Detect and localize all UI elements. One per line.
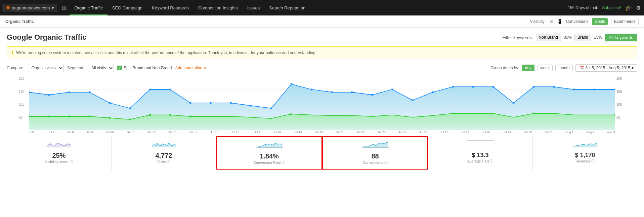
revenue-value: $ 1,170: [575, 152, 595, 159]
svg-point-19: [311, 88, 313, 90]
stat-visits: 4,772 Visits ⓘ: [112, 136, 216, 170]
compare-label: Compare:: [7, 66, 25, 70]
revenue-info-icon[interactable]: ⓘ: [591, 159, 595, 164]
group-month-button[interactable]: month: [555, 65, 572, 71]
conversion-rate-label: Conversion Rate ⓘ: [253, 160, 285, 165]
date-range-button[interactable]: 📅 Jul 5, 2015 - Aug 5, 2015 ▾: [575, 64, 637, 72]
svg-point-44: [290, 113, 292, 115]
conversions-label: Conversions ⓘ: [362, 160, 387, 165]
goals-button[interactable]: Goals: [592, 18, 608, 25]
subbar-title: Organic Traffic: [5, 19, 34, 24]
visibility-label: Visibility score ⓘ: [45, 159, 73, 164]
avg-cart-info-icon[interactable]: ⓘ: [490, 159, 493, 164]
y-axis-right: 200 150 100 50: [615, 76, 625, 135]
stat-conversion-rate: 1.84% Conversion Rate ⓘ: [216, 136, 322, 170]
visits-mini-chart: [151, 140, 177, 150]
svg-point-6: [48, 94, 50, 96]
conversion-rate-value: 1.84%: [260, 152, 279, 160]
alert-banner: ℹ We're running some system maintenance …: [7, 46, 637, 59]
chevron-down-icon: ▾: [632, 66, 634, 70]
nav-tab-keyword-research[interactable]: Keyword Research: [147, 1, 194, 15]
svg-point-14: [210, 102, 212, 104]
chart-area: Jul 6 Jul 7 Jul 8 Jul 9 Jul 10 Jul 11 Ju…: [29, 76, 615, 135]
svg-point-15: [230, 102, 232, 104]
visibility-info-icon[interactable]: ⓘ: [70, 159, 73, 164]
site-name: pageonepower.com: [12, 5, 50, 10]
pencil-icon: ✏: [204, 66, 207, 70]
svg-point-45: [452, 112, 454, 114]
svg-point-24: [412, 99, 414, 101]
group-label: Group dates by:: [490, 66, 519, 70]
y-axis-left: 200 150 100 50: [19, 76, 29, 135]
visits-info-icon[interactable]: ⓘ: [167, 159, 170, 164]
svg-point-37: [68, 115, 70, 117]
grid-icon[interactable]: ⊞: [62, 4, 67, 11]
split-brand-checkbox[interactable]: ✓ Split Brand and Non-Brand: [117, 66, 172, 70]
chart-wrapper: 200 150 100 50: [19, 76, 625, 135]
split-label: Split Brand and Non-Brand: [124, 66, 172, 70]
avg-cart-value: $ 13.3: [472, 152, 488, 159]
topbar: pageonepower.com ▾ ⊞ Organic Traffic SEO…: [0, 0, 644, 15]
site-selector[interactable]: pageonepower.com ▾: [3, 4, 57, 12]
gear-icon[interactable]: ⚙: [636, 5, 641, 11]
conversion-rate-info-icon[interactable]: ⓘ: [282, 160, 285, 165]
svg-point-36: [48, 115, 50, 117]
brand-filter-button[interactable]: Brand: [574, 34, 591, 41]
svg-point-12: [169, 88, 171, 90]
visibility-mini-chart: [46, 140, 73, 150]
nav-tab-organic-traffic[interactable]: Organic Traffic: [70, 1, 107, 15]
svg-point-42: [169, 114, 171, 116]
ecommerce-button[interactable]: Ecommerce: [611, 18, 639, 25]
conversions-mini-chart: [362, 141, 389, 151]
svg-point-22: [371, 94, 373, 96]
conversions-value: 88: [371, 152, 379, 160]
revenue-label: Revenue ⓘ: [575, 159, 595, 164]
svg-point-31: [553, 86, 555, 87]
revenue-mini-chart: [572, 140, 599, 150]
controls-bar: Compare: Organic visits Segment: All vis…: [7, 64, 637, 72]
controls-left: Compare: Organic visits Segment: All vis…: [7, 64, 207, 72]
nav-tab-issues[interactable]: Issues: [243, 1, 265, 15]
svg-point-17: [270, 107, 272, 109]
svg-point-18: [290, 83, 292, 85]
segment-select[interactable]: All visits: [88, 64, 114, 72]
all-keywords-button[interactable]: All keywords: [605, 34, 637, 41]
svg-point-9: [109, 102, 111, 104]
nonbrand-filter-button[interactable]: Non Brand: [536, 34, 561, 41]
stat-avg-cart: $ 13.3 Average Cart ⓘ: [428, 136, 533, 170]
hat-icon[interactable]: 🎓: [625, 5, 632, 11]
svg-point-33: [593, 88, 595, 90]
checkmark-icon: ✓: [118, 66, 121, 70]
chart-svg: [29, 76, 615, 130]
nav-tab-seo-campaign[interactable]: SEO Campaign: [108, 1, 147, 15]
svg-point-40: [129, 118, 131, 120]
subscribe-link[interactable]: Subscribe!: [602, 5, 621, 10]
svg-point-43: [189, 115, 191, 117]
alert-message: We're running some system maintenance ac…: [16, 50, 316, 55]
nav-tab-search-reputation[interactable]: Search Reputation: [264, 1, 310, 15]
svg-point-32: [573, 88, 575, 90]
checkbox-box: ✓: [117, 66, 122, 70]
conversion-rate-mini-chart: [256, 141, 283, 151]
page-title: Google Organic Traffic: [7, 33, 86, 42]
tablet-icon[interactable]: 📱: [557, 19, 563, 24]
x-axis-labels: Jul 6 Jul 7 Jul 8 Jul 9 Jul 10 Jul 11 Ju…: [29, 130, 615, 135]
svg-point-25: [432, 91, 434, 93]
add-annotation[interactable]: Add annotation ✏: [175, 66, 207, 70]
stat-conversions: 88 Conversions ⓘ: [322, 136, 428, 170]
date-range-text: Jul 5, 2015 - Aug 5, 2015: [586, 66, 630, 70]
svg-point-8: [88, 91, 90, 93]
nav-tab-competition-insights[interactable]: Competition Insights: [194, 1, 243, 15]
site-dot: [6, 6, 10, 9]
segment-label: Segment:: [67, 66, 84, 70]
subbar-right: Visibility: 🖥 📱 Conversions Goals Ecomme…: [530, 18, 639, 25]
monitor-icon[interactable]: 🖥: [549, 19, 554, 24]
visits-label: Visits ⓘ: [157, 159, 170, 164]
compare-select[interactable]: Organic visits: [28, 64, 64, 72]
group-day-button[interactable]: day: [522, 65, 534, 71]
group-week-button[interactable]: week: [537, 65, 553, 71]
stat-visibility: 25% Visibility score ⓘ: [7, 136, 112, 170]
svg-point-39: [109, 117, 111, 119]
svg-point-30: [533, 86, 535, 87]
conversions-info-icon[interactable]: ⓘ: [384, 160, 388, 165]
